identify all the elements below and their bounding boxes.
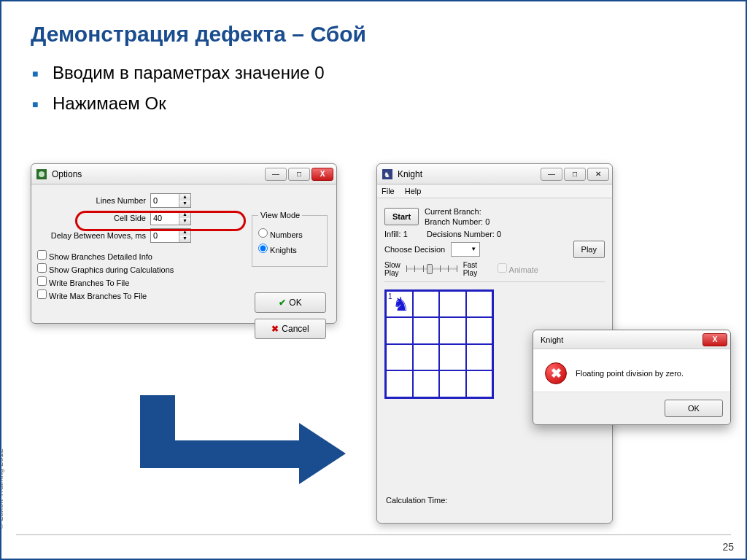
grid-cell[interactable] [413, 344, 440, 371]
copyright-text: © Luxoft Training 2012 [0, 448, 4, 529]
lines-number-input[interactable] [151, 194, 179, 207]
error-message: Floating point division by zero. [576, 369, 684, 378]
choose-decision-label: Choose Decision [384, 245, 445, 254]
view-mode-legend: View Mode [258, 211, 302, 219]
spin-down-icon[interactable]: ▼ [179, 218, 190, 225]
knight-piece-icon: ♞ [392, 293, 409, 316]
ok-button[interactable]: ✔OK [255, 292, 326, 313]
flow-arrow-icon [140, 395, 359, 483]
knight-menubar: File Help [377, 184, 612, 198]
radio-knights[interactable]: Knights [258, 246, 297, 254]
spin-up-icon[interactable]: ▲ [179, 194, 190, 201]
cell-side-label: Cell Side [37, 214, 150, 222]
grid-cell[interactable] [439, 291, 466, 318]
error-dialog: Knight X ✖ Floating point division by ze… [533, 330, 731, 425]
animate-checkbox[interactable]: Animate [498, 263, 538, 274]
svg-point-1 [39, 171, 44, 177]
radio-numbers[interactable]: Numbers [258, 230, 303, 239]
grid-cell[interactable] [466, 317, 493, 344]
close-button[interactable]: ✕ [587, 168, 609, 181]
options-title-text: Options [52, 169, 82, 179]
branch-number-label: Branch Number: 0 [425, 217, 489, 227]
spin-down-icon[interactable]: ▼ [179, 236, 190, 242]
knight-app-icon: ♞ [382, 168, 393, 180]
options-window: Options — □ X Lines Number ▲▼ Cell Side … [31, 163, 337, 324]
spin-up-icon[interactable]: ▲ [179, 211, 190, 218]
grid-cell[interactable]: 1 ♞ [386, 291, 413, 318]
bullet-list: Вводим в параметрах значение 0 Нажимаем … [1, 57, 746, 114]
footer-divider [16, 534, 731, 535]
view-mode-group: View Mode Numbers Knights [252, 211, 328, 267]
grid-cell[interactable] [386, 344, 413, 371]
delay-label: Delay Between Moves, ms [37, 231, 150, 240]
start-button[interactable]: Start [384, 208, 419, 225]
check-write-branches[interactable]: Write Branches To File [37, 276, 330, 287]
close-button[interactable]: X [311, 168, 333, 181]
grid-cell[interactable] [386, 317, 413, 344]
maximize-button[interactable]: □ [564, 168, 586, 181]
grid-cell[interactable] [466, 370, 493, 397]
play-button[interactable]: Play [573, 241, 605, 258]
x-icon: ✖ [271, 324, 279, 334]
close-button[interactable]: X [703, 333, 727, 346]
delay-input[interactable] [151, 229, 179, 242]
knight-titlebar: ♞ Knight — □ ✕ [377, 164, 612, 184]
chess-grid: 1 ♞ [384, 289, 494, 399]
check-icon: ✔ [279, 298, 286, 308]
calculation-time-label: Calculation Time: [386, 496, 447, 505]
fast-play-label: Fast Play [463, 261, 477, 277]
menu-help[interactable]: Help [405, 187, 422, 195]
speed-slider[interactable] [406, 268, 457, 270]
options-app-icon [36, 168, 47, 180]
grid-cell[interactable] [466, 344, 493, 371]
grid-cell[interactable] [413, 291, 440, 318]
cell-side-input[interactable] [151, 211, 179, 225]
slow-play-label: Slow Play [384, 261, 400, 277]
error-icon: ✖ [545, 362, 567, 384]
cancel-button[interactable]: ✖Cancel [255, 319, 326, 339]
grid-cell[interactable] [466, 291, 493, 318]
current-branch-label: Current Branch: [425, 206, 489, 217]
lines-number-label: Lines Number [37, 196, 150, 205]
options-titlebar: Options — □ X [31, 164, 336, 184]
spin-up-icon[interactable]: ▲ [179, 229, 190, 236]
cell-side-spinner[interactable]: ▲▼ [150, 211, 191, 225]
grid-cell[interactable] [439, 344, 466, 371]
menu-file[interactable]: File [382, 187, 395, 195]
lines-number-spinner[interactable]: ▲▼ [150, 193, 191, 208]
choose-decision-dropdown[interactable]: ▼ [451, 242, 480, 257]
cell-number: 1 [388, 292, 392, 300]
minimize-button[interactable]: — [265, 168, 287, 181]
chevron-down-icon: ▼ [471, 246, 476, 252]
delay-spinner[interactable]: ▲▼ [150, 228, 191, 243]
page-number: 25 [722, 541, 734, 553]
error-ok-button[interactable]: OK [665, 400, 723, 417]
grid-cell[interactable] [413, 317, 440, 344]
svg-text:♞: ♞ [384, 171, 390, 179]
knight-title-text: Knight [398, 169, 422, 179]
grid-cell[interactable] [413, 370, 440, 397]
grid-cell[interactable] [439, 317, 466, 344]
decisions-label: Decisions Number: 0 [427, 230, 501, 238]
grid-cell[interactable] [386, 370, 413, 397]
bullet-1: Вводим в параметрах значение 0 [53, 63, 731, 83]
infill-label: Infill: 1 [384, 230, 421, 238]
maximize-button[interactable]: □ [288, 168, 310, 181]
spin-down-icon[interactable]: ▼ [179, 201, 190, 207]
grid-cell[interactable] [439, 370, 466, 397]
bullet-2: Нажимаем Ок [53, 93, 731, 114]
slide-title: Демонстрация дефекта – Сбой [1, 1, 746, 57]
minimize-button[interactable]: — [541, 168, 562, 181]
error-title-text: Knight [541, 335, 563, 344]
